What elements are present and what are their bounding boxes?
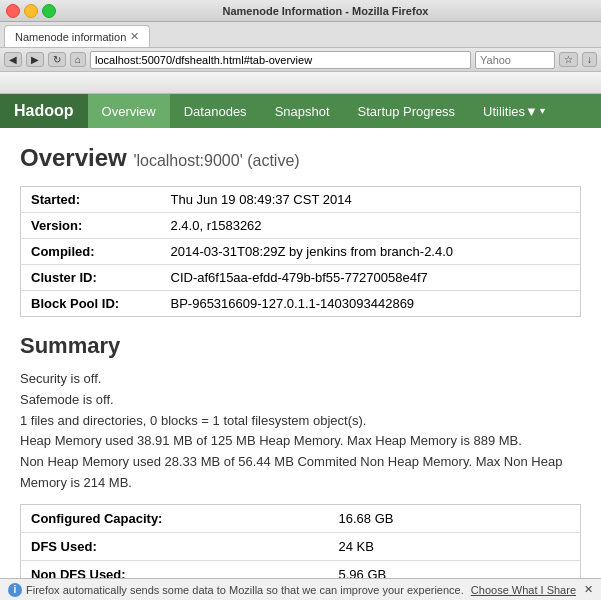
- browser-toolbar: [0, 72, 601, 94]
- nav-item-snapshot[interactable]: Snapshot: [261, 94, 344, 128]
- info-label: Block Pool ID:: [21, 291, 161, 317]
- table-row: Non DFS Used: 5.96 GB: [21, 560, 581, 578]
- bookmark-button[interactable]: ☆: [559, 52, 578, 67]
- table-row: Started: Thu Jun 19 08:49:37 CST 2014: [21, 187, 581, 213]
- table-row: Cluster ID: CID-af6f15aa-efdd-479b-bf55-…: [21, 265, 581, 291]
- summary-text: Security is off. Safemode is off. 1 file…: [20, 369, 581, 494]
- summary-line-3: 1 files and directories, 0 blocks = 1 to…: [20, 411, 581, 432]
- home-button[interactable]: ⌂: [70, 52, 86, 67]
- nav-item-utilities[interactable]: Utilities ▼: [469, 94, 561, 128]
- hadoop-nav: Hadoop Overview Datanodes Snapshot Start…: [0, 94, 601, 128]
- status-close-icon[interactable]: ✕: [584, 583, 593, 596]
- page-title: Overview 'localhost:9000' (active): [20, 144, 581, 172]
- tab-label: Namenode information: [15, 31, 126, 43]
- info-value: 2.4.0, r1583262: [161, 213, 581, 239]
- minimize-window-button[interactable]: [24, 4, 38, 18]
- table-row: Version: 2.4.0, r1583262: [21, 213, 581, 239]
- window-title: Namenode Information - Mozilla Firefox: [56, 5, 595, 17]
- browser-tab[interactable]: Namenode information ✕: [4, 25, 150, 47]
- summary-line-2: Safemode is off.: [20, 390, 581, 411]
- forward-button[interactable]: ▶: [26, 52, 44, 67]
- title-bar: Namenode Information - Mozilla Firefox: [0, 0, 601, 22]
- info-value: BP-965316609-127.0.1.1-1403093442869: [161, 291, 581, 317]
- summary-title: Summary: [20, 333, 581, 359]
- table-row: Compiled: 2014-03-31T08:29Z by jenkins f…: [21, 239, 581, 265]
- overview-info-table: Started: Thu Jun 19 08:49:37 CST 2014 Ve…: [20, 186, 581, 317]
- back-button[interactable]: ◀: [4, 52, 22, 67]
- status-message: Firefox automatically sends some data to…: [26, 584, 464, 596]
- nav-item-datanodes[interactable]: Datanodes: [170, 94, 261, 128]
- info-value: Thu Jun 19 08:49:37 CST 2014: [161, 187, 581, 213]
- window-controls[interactable]: [6, 4, 56, 18]
- main-content: Overview 'localhost:9000' (active) Start…: [0, 128, 601, 578]
- hadoop-logo: Hadoop: [0, 94, 88, 128]
- info-label: Started:: [21, 187, 161, 213]
- stat-label: DFS Used:: [21, 532, 329, 560]
- maximize-window-button[interactable]: [42, 4, 56, 18]
- info-label: Version:: [21, 213, 161, 239]
- url-input[interactable]: [90, 51, 471, 69]
- info-value: 2014-03-31T08:29Z by jenkins from branch…: [161, 239, 581, 265]
- info-label: Cluster ID:: [21, 265, 161, 291]
- info-label: Compiled:: [21, 239, 161, 265]
- stat-value: 24 KB: [329, 532, 581, 560]
- stat-value: 16.68 GB: [329, 504, 581, 532]
- nav-bar: ◀ ▶ ↻ ⌂ ☆ ↓: [0, 48, 601, 72]
- status-bar: i Firefox automatically sends some data …: [0, 578, 601, 600]
- close-window-button[interactable]: [6, 4, 20, 18]
- page-subtitle: 'localhost:9000' (active): [133, 152, 299, 169]
- tab-close-icon[interactable]: ✕: [130, 30, 139, 43]
- choose-share-button[interactable]: Choose What I Share: [471, 584, 576, 596]
- stat-label: Configured Capacity:: [21, 504, 329, 532]
- dropdown-arrow-icon: ▼: [525, 104, 538, 119]
- table-row: DFS Used: 24 KB: [21, 532, 581, 560]
- tab-strip: Namenode information ✕: [0, 22, 601, 48]
- nav-item-overview[interactable]: Overview: [88, 94, 170, 128]
- stat-label: Non DFS Used:: [21, 560, 329, 578]
- table-row: Configured Capacity: 16.68 GB: [21, 504, 581, 532]
- download-button[interactable]: ↓: [582, 52, 597, 67]
- refresh-button[interactable]: ↻: [48, 52, 66, 67]
- summary-line-5: Non Heap Memory used 28.33 MB of 56.44 M…: [20, 452, 581, 494]
- info-value: CID-af6f15aa-efdd-479b-bf55-77270058e4f7: [161, 265, 581, 291]
- stat-value: 5.96 GB: [329, 560, 581, 578]
- status-right: Choose What I Share ✕: [471, 583, 593, 596]
- summary-line-1: Security is off.: [20, 369, 581, 390]
- info-icon: i: [8, 583, 22, 597]
- status-left: i Firefox automatically sends some data …: [8, 583, 464, 597]
- table-row: Block Pool ID: BP-965316609-127.0.1.1-14…: [21, 291, 581, 317]
- stats-table: Configured Capacity: 16.68 GB DFS Used: …: [20, 504, 581, 578]
- search-input[interactable]: [475, 51, 555, 69]
- nav-item-startup-progress[interactable]: Startup Progress: [344, 94, 470, 128]
- summary-line-4: Heap Memory used 38.91 MB of 125 MB Heap…: [20, 431, 581, 452]
